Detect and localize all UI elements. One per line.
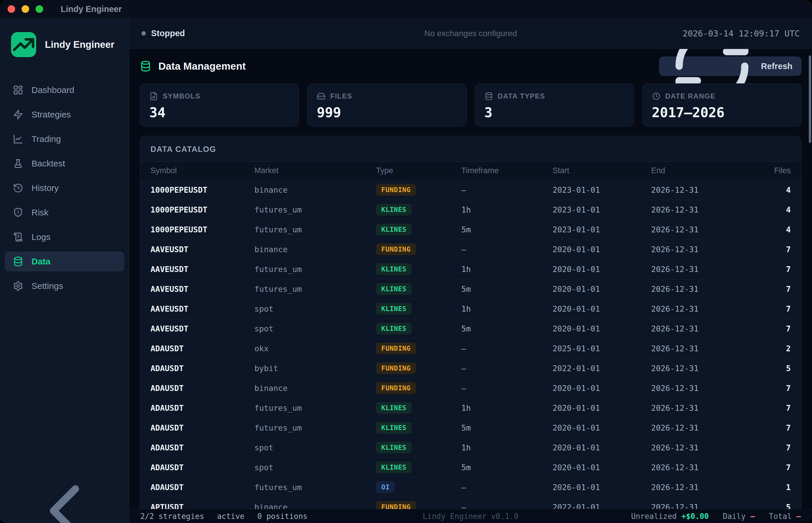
column-header-start: Start (553, 162, 651, 180)
cell-market: futures_um (254, 200, 376, 219)
cell-symbol: ADAUSDT (140, 418, 254, 437)
table-row[interactable]: AAVEUSDTspotKLINES1h2020-01-012026-12-31… (140, 299, 801, 319)
cell-market: binance (254, 378, 376, 398)
stat-label: DATE RANGE (665, 92, 716, 100)
data-catalog-table: SymbolMarketTypeTimeframeStartEndFiles 1… (140, 162, 801, 509)
close-window-button[interactable] (7, 5, 15, 13)
minimize-window-button[interactable] (22, 5, 29, 13)
sidebar-item-backtest[interactable]: Backtest (5, 154, 124, 174)
table-row[interactable]: ADAUSDTbybitFUNDING–2022-01-012026-12-31… (140, 358, 801, 378)
type-badge: OI (376, 481, 395, 493)
cell-type: FUNDING (376, 339, 461, 358)
gear-icon (13, 281, 23, 291)
cell-start: 2020-01-01 (553, 457, 651, 477)
sidebar-item-dashboard[interactable]: Dashboard (5, 80, 124, 100)
cell-timeframe: 5m (461, 219, 553, 239)
stat-cards: SYMBOLS34FILES999DATA TYPES3DATE RANGE20… (140, 84, 801, 127)
stat-card-date-range: DATE RANGE2017–2026 (642, 84, 801, 127)
engine-status-label: Stopped (151, 29, 185, 38)
pnl-summary: Unrealized +$0.00 Daily – Total – (631, 512, 801, 521)
cell-end: 2026-12-31 (651, 319, 757, 339)
cell-symbol: ADAUSDT (140, 339, 254, 358)
daily-value: – (750, 512, 755, 521)
scrollbar-thumb[interactable] (809, 55, 811, 143)
table-row[interactable]: ADAUSDTfutures_umKLINES5m2020-01-012026-… (140, 418, 801, 437)
column-header-timeframe: Timeframe (461, 162, 553, 180)
cell-files: 7 (757, 279, 801, 299)
table-row[interactable]: ADAUSDTfutures_umKLINES1h2020-01-012026-… (140, 398, 801, 418)
table-row[interactable]: AAVEUSDTfutures_umKLINES5m2020-01-012026… (140, 279, 801, 299)
sidebar: Lindy Engineer DashboardStrategiesTradin… (0, 18, 129, 523)
cell-symbol: ADAUSDT (140, 398, 254, 418)
chevron-left-icon (21, 467, 108, 523)
cell-market: binance (254, 180, 376, 200)
cell-start: 2025-01-01 (553, 339, 651, 358)
cell-end: 2026-12-31 (651, 219, 757, 239)
cell-type: KLINES (376, 299, 461, 319)
stat-value: 34 (149, 105, 289, 121)
cell-type: FUNDING (376, 378, 461, 398)
cell-end: 2026-12-31 (651, 418, 757, 437)
stat-label: DATA TYPES (498, 92, 545, 100)
table-row[interactable]: AAVEUSDTbinanceFUNDING–2020-01-012026-12… (140, 239, 801, 259)
cell-end: 2026-12-31 (651, 259, 757, 279)
column-header-market: Market (254, 162, 376, 180)
type-badge: KLINES (376, 303, 411, 314)
sidebar-item-data[interactable]: Data (5, 252, 124, 271)
table-row[interactable]: 1000PEPEUSDTfutures_umKLINES1h2023-01-01… (140, 200, 801, 219)
type-badge: KLINES (376, 283, 411, 295)
footer-segment: 0 positions (257, 512, 307, 521)
sidebar-item-trading[interactable]: Trading (5, 129, 124, 149)
stat-label: FILES (330, 92, 352, 100)
cell-end: 2026-12-31 (651, 239, 757, 259)
cell-files: 7 (757, 319, 801, 339)
refresh-button[interactable]: Refresh (659, 57, 801, 76)
table-row[interactable]: APTUSDTbinanceFUNDING–2022-01-012026-12-… (140, 497, 801, 509)
window-title: Lindy Engineer (61, 4, 122, 14)
table-body: 1000PEPEUSDTbinanceFUNDING–2023-01-01202… (140, 180, 801, 509)
type-badge: FUNDING (376, 343, 416, 354)
trending-up-icon (11, 32, 36, 57)
column-header-symbol: Symbol (140, 162, 254, 180)
sidebar-item-risk[interactable]: Risk (5, 203, 124, 222)
cell-end: 2026-12-31 (651, 398, 757, 418)
table-row[interactable]: 1000PEPEUSDTbinanceFUNDING–2023-01-01202… (140, 180, 801, 200)
cell-market: spot (254, 437, 376, 457)
sidebar-item-label: History (32, 183, 59, 193)
cell-market: binance (254, 239, 376, 259)
total-value: – (796, 512, 801, 521)
window-controls (7, 5, 43, 13)
cell-timeframe: 5m (461, 418, 553, 437)
table-row[interactable]: AAVEUSDTspotKLINES5m2020-01-012026-12-31… (140, 319, 801, 339)
cell-start: 2022-01-01 (553, 497, 651, 509)
table-header-row: SymbolMarketTypeTimeframeStartEndFiles (140, 162, 801, 180)
sidebar-item-settings[interactable]: Settings (5, 276, 124, 296)
column-header-type: Type (376, 162, 461, 180)
cell-timeframe: 5m (461, 319, 553, 339)
table-row[interactable]: AAVEUSDTfutures_umKLINES1h2020-01-012026… (140, 259, 801, 279)
cell-end: 2026-12-31 (651, 339, 757, 358)
sidebar-item-logs[interactable]: Logs (5, 227, 124, 247)
sidebar-item-label: Backtest (32, 159, 65, 168)
cell-type: KLINES (376, 418, 461, 437)
brand-name: Lindy Engineer (45, 39, 114, 50)
table-row[interactable]: ADAUSDTbinanceFUNDING–2020-01-012026-12-… (140, 378, 801, 398)
table-row[interactable]: 1000PEPEUSDTfutures_umKLINES5m2023-01-01… (140, 219, 801, 239)
table-row[interactable]: ADAUSDTokxFUNDING–2025-01-012026-12-312 (140, 339, 801, 358)
cell-end: 2026-12-31 (651, 497, 757, 509)
daily-label: Daily (723, 512, 745, 521)
cell-market: spot (254, 299, 376, 319)
table-row[interactable]: ADAUSDTfutures_umOI–2026-01-012026-12-31… (140, 477, 801, 497)
table-row[interactable]: ADAUSDTspotKLINES5m2020-01-012026-12-317 (140, 457, 801, 477)
maximize-window-button[interactable] (36, 5, 43, 13)
sidebar-collapse-button[interactable] (0, 499, 129, 523)
cell-timeframe: 1h (461, 398, 553, 418)
sidebar-item-strategies[interactable]: Strategies (5, 105, 124, 125)
shield-icon (13, 207, 23, 218)
sidebar-item-history[interactable]: History (5, 178, 124, 198)
cell-files: 7 (757, 398, 801, 418)
cell-start: 2020-01-01 (553, 437, 651, 457)
type-badge: FUNDING (376, 184, 416, 196)
table-row[interactable]: ADAUSDTspotKLINES1h2020-01-012026-12-317 (140, 437, 801, 457)
cell-end: 2026-12-31 (651, 378, 757, 398)
